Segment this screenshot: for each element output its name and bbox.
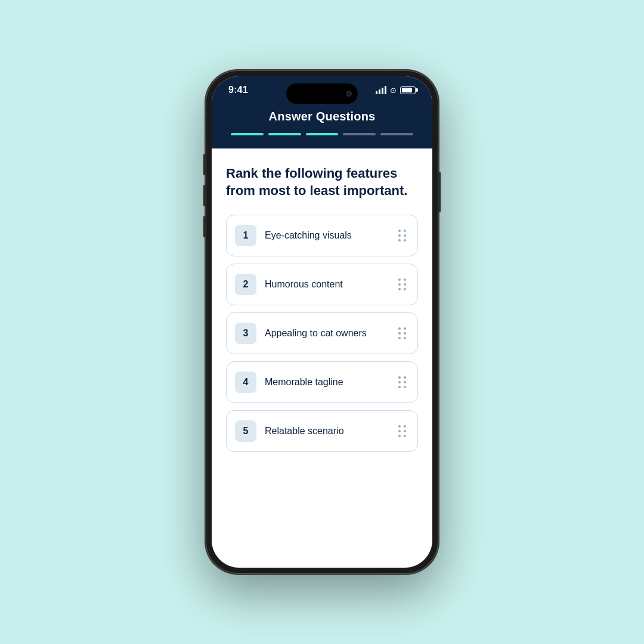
camera-dot <box>346 91 352 97</box>
rank-item[interactable]: 1 Eye-catching visuals <box>226 215 418 256</box>
progress-segment-3 <box>306 133 339 135</box>
progress-segment-2 <box>268 133 301 135</box>
drag-handle-icon[interactable] <box>396 374 409 391</box>
drag-handle-icon[interactable] <box>396 423 409 439</box>
wifi-icon: ⊙ <box>390 86 397 95</box>
rank-number: 1 <box>235 225 256 246</box>
rank-label: Eye-catching visuals <box>265 230 396 241</box>
status-time: 9:41 <box>228 85 248 95</box>
rank-item[interactable]: 2 Humorous content <box>226 264 418 305</box>
rank-label: Memorable tagline <box>265 377 396 388</box>
progress-bar <box>228 133 416 135</box>
rank-number: 3 <box>235 323 256 344</box>
signal-icon <box>376 86 386 94</box>
drag-handle-icon[interactable] <box>396 325 409 342</box>
phone-screen: 9:41 ⊙ Answer Questions <box>212 76 432 568</box>
progress-segment-1 <box>231 133 264 135</box>
rank-item[interactable]: 5 Relatable scenario <box>226 410 418 452</box>
dynamic-island <box>286 83 358 104</box>
drag-handle-icon[interactable] <box>396 276 409 293</box>
app-header: Answer Questions <box>212 101 432 148</box>
rank-number: 2 <box>235 274 256 295</box>
rank-label: Appealing to cat owners <box>265 328 396 339</box>
progress-segment-5 <box>380 133 413 135</box>
rank-list: 1 Eye-catching visuals 2 Humorous conten… <box>226 215 418 452</box>
battery-icon <box>400 86 416 94</box>
rank-label: Relatable scenario <box>265 426 396 436</box>
rank-label: Humorous content <box>265 279 396 290</box>
page-title: Answer Questions <box>228 110 416 123</box>
rank-item[interactable]: 4 Memorable tagline <box>226 361 418 403</box>
question-text: Rank the following features from most to… <box>226 165 418 199</box>
rank-number: 4 <box>235 371 256 393</box>
content-area: Rank the following features from most to… <box>212 148 432 464</box>
rank-item[interactable]: 3 Appealing to cat owners <box>226 312 418 354</box>
rank-number: 5 <box>235 420 256 442</box>
drag-handle-icon[interactable] <box>396 227 409 244</box>
status-bar: 9:41 ⊙ <box>212 76 432 101</box>
status-icons: ⊙ <box>376 86 416 95</box>
phone-frame: 9:41 ⊙ Answer Questions <box>206 70 438 574</box>
progress-segment-4 <box>343 133 376 135</box>
